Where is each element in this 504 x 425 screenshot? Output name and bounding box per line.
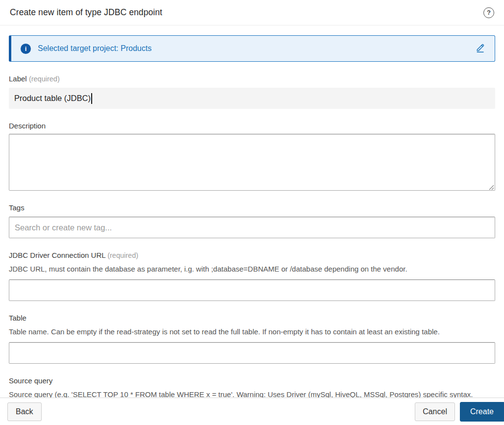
label-input-value: Product table (JDBC) <box>14 94 91 103</box>
dialog-footer: Back Cancel Create <box>0 398 504 425</box>
edit-target-project-button[interactable] <box>473 42 487 55</box>
dialog-content: i Selected target project: Products Labe… <box>0 26 504 398</box>
tags-input[interactable] <box>9 217 495 238</box>
target-project-text: Selected target project: Products <box>38 44 473 53</box>
pencil-edit-icon <box>475 43 485 55</box>
jdbc-url-helper-text: JDBC URL, must contain the database as p… <box>9 264 495 275</box>
table-field-label: Table <box>9 314 495 322</box>
description-field-label: Description <box>9 122 495 130</box>
jdbc-url-required-hint: (required) <box>107 251 138 259</box>
source-query-field-label: Source query <box>9 376 495 385</box>
label-field-label: Label (required) <box>9 75 495 83</box>
text-cursor <box>91 93 92 104</box>
info-icon: i <box>21 44 31 54</box>
jdbc-url-input[interactable] <box>9 279 495 301</box>
target-project-banner: i Selected target project: Products <box>9 35 495 62</box>
cancel-button[interactable]: Cancel <box>415 402 455 421</box>
create-button[interactable]: Create <box>460 402 504 422</box>
jdbc-url-field-label: JDBC Driver Connection URL (required) <box>9 251 495 259</box>
help-icon[interactable]: ? <box>483 7 494 18</box>
label-input[interactable]: Product table (JDBC) <box>9 88 495 109</box>
description-textarea[interactable] <box>9 134 495 191</box>
dialog-header: Create new item of type JDBC endpoint ? <box>0 0 504 25</box>
tags-field-label: Tags <box>9 203 495 212</box>
description-textarea-wrap <box>9 134 495 191</box>
label-required-hint: (required) <box>29 75 60 83</box>
page-title: Create new item of type JDBC endpoint <box>10 7 162 18</box>
table-input[interactable] <box>9 342 495 364</box>
table-helper-text: Table name. Can be empty if the read-str… <box>9 326 495 337</box>
source-query-helper-line1: Source query (e.g. 'SELECT TOP 10 * FROM… <box>9 389 495 398</box>
back-button[interactable]: Back <box>7 402 42 421</box>
